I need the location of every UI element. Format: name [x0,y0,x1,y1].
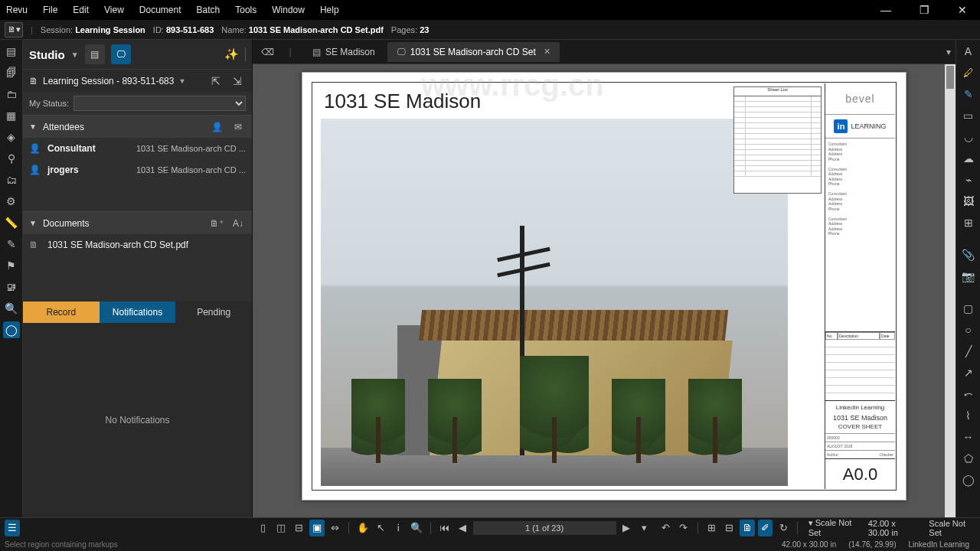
image-tool-icon[interactable]: 🖼 [960,193,977,210]
reuse-icon[interactable]: ↻ [776,520,791,536]
menu-file[interactable]: File [43,5,57,15]
polyline-tool-icon[interactable]: ⌁ [960,171,977,188]
polyline2-tool-icon[interactable]: ⌇ [960,407,977,424]
menu-tools[interactable]: Tools [235,5,256,15]
eraser-tool-icon[interactable]: ⌫ [257,43,277,61]
documents-header[interactable]: ▼ Documents 🗎⁺ A↓ [23,211,252,234]
highlight-tool-icon[interactable]: 🖊 [960,64,977,81]
document-viewer[interactable]: 1031 SE Madison Sheet Lis [253,64,956,517]
tabs-overflow-icon[interactable]: ▾ [946,47,951,57]
panel-settings-icon[interactable]: ⚙ [3,193,20,210]
attendee-invite-icon[interactable]: ✉ [230,122,246,132]
fit-width-icon[interactable]: ⇔ [328,520,343,536]
prev-page-icon[interactable]: ◀ [455,520,470,536]
grid-icon[interactable]: ⊞ [704,520,719,536]
select-tool-icon[interactable]: ↖ [373,520,388,536]
curve-tool-icon[interactable]: ⤺ [960,386,977,403]
panel-flags-icon[interactable]: ⚑ [3,257,20,274]
window-maximize-icon[interactable]: ❐ [913,4,936,16]
vertical-scrollbar[interactable] [945,64,956,517]
attendee-row[interactable]: 👤 Consultant 1031 SE Madison-arch CD ... [23,138,252,159]
divider: | [31,25,33,34]
camera-tool-icon[interactable]: 📷 [960,268,977,285]
attachment-tool-icon[interactable]: 📎 [960,246,977,263]
attendee-row[interactable]: 👤 jrogers 1031 SE Madison-arch CD ... [23,159,252,181]
text-tool-icon[interactable]: A [960,43,977,60]
zoom-tool-icon[interactable]: 🔍 [409,520,424,536]
document-tab-1[interactable]: ▤ SE Madison [303,42,384,62]
panel-measurements-icon[interactable]: 📏 [3,214,20,231]
last-page-icon[interactable]: ▾ [637,520,652,536]
status-dims: 42.00 x 30.00 in [776,540,842,549]
panel-studio-icon[interactable]: ◯ [3,321,20,338]
snap-markup-icon[interactable]: ✐ [758,520,773,536]
attendees-header[interactable]: ▼ Attendees 👤 ✉ [23,115,252,138]
redo-icon[interactable]: ↷ [676,520,691,536]
window-minimize-icon[interactable]: — [874,4,897,16]
menu-batch[interactable]: Batch [197,5,220,15]
circle-tool-icon[interactable]: ◯ [960,471,977,488]
polygon-tool-icon[interactable]: ⬠ [960,450,977,467]
undo-icon[interactable]: ↶ [658,520,674,536]
session-selector[interactable]: 🗎 Learning Session - 893-511-683 ▼ ⇱ ⇲ [23,69,252,92]
markups-list-icon[interactable]: ☰ [5,520,20,536]
panel-signatures-icon[interactable]: ✎ [3,236,20,253]
tab-pending[interactable]: Pending [175,302,252,323]
studio-dropdown-icon[interactable]: ▼ [71,51,79,59]
cloud-tool-icon[interactable]: ☁ [960,150,977,167]
menu-view[interactable]: View [104,5,124,15]
session-leave-icon[interactable]: ⇲ [229,75,246,87]
menu-edit[interactable]: Edit [73,5,89,15]
file-dropdown-icon[interactable]: 🗎▾ [5,22,23,37]
panel-file-access-icon[interactable]: 🗀 [3,86,20,103]
panel-thumbnails-icon[interactable]: 🗐 [3,64,20,81]
stamp-tool-icon[interactable]: ⊞ [960,214,977,231]
panel-grid-icon[interactable]: ▦ [3,107,20,124]
document-list-item[interactable]: 🗎 1031 SE Madison-arch CD Set.pdf [23,234,252,256]
first-page-icon[interactable]: ⏮ [437,520,452,536]
text-select-icon[interactable]: Ꭵ [391,520,407,536]
window-close-icon[interactable]: ✕ [951,4,974,16]
documents-add-icon[interactable]: 🗎⁺ [209,218,224,229]
tab-record[interactable]: Record [23,302,100,323]
tab-notifications[interactable]: Notifications [100,302,176,323]
rectangle-tool-icon[interactable]: ▢ [960,300,977,317]
split-horizontal-icon[interactable]: ⊟ [292,520,307,536]
snap-icon[interactable]: ⊟ [722,520,737,536]
session-checkout-icon[interactable]: ⇱ [207,75,224,87]
menu-window[interactable]: Window [272,5,305,15]
menu-document[interactable]: Document [139,5,181,15]
panel-search-icon[interactable]: 🔍 [3,300,20,317]
split-vertical-icon[interactable]: ◫ [273,520,289,536]
scale-dropdown[interactable]: ▾ Scale Not Set [804,518,861,537]
pen-tool-icon[interactable]: ✎ [960,86,977,103]
document-tab-2[interactable]: 🖵 1031 SE Madison-arch CD Set ✕ [387,42,560,62]
arrow-tool-icon[interactable]: ↗ [960,364,977,381]
ellipse-tool-icon[interactable]: ○ [960,321,977,338]
snap-content-icon[interactable]: 🗎 [740,520,755,536]
documents-sort-icon[interactable]: A↓ [230,218,246,229]
studio-sessions-button[interactable]: 🖵 [111,44,131,64]
attendee-follow-icon[interactable]: 👤 [209,122,224,132]
panel-links-icon[interactable]: 🖳 [3,279,20,295]
tab-close-icon[interactable]: ✕ [544,47,550,57]
line2-tool-icon[interactable]: ╱ [960,343,977,360]
menu-revu[interactable]: Revu [6,5,28,15]
studio-projects-button[interactable]: ▤ [85,44,105,64]
single-page-icon[interactable]: ▯ [256,520,271,536]
line-tool-icon[interactable]: ▭ [960,107,977,124]
status-select[interactable] [74,96,246,111]
page-indicator[interactable]: 1 (1 of 23) [473,521,616,535]
next-page-icon[interactable]: ▶ [619,520,635,536]
dimension-tool-icon[interactable]: ↔ [960,429,977,445]
panel-properties-icon[interactable]: ▤ [3,43,20,60]
arc-tool-icon[interactable]: ◡ [960,129,977,145]
panel-sets-icon[interactable]: 🗂 [3,171,20,188]
one-full-page-icon[interactable]: ▣ [309,520,325,536]
studio-magic-icon[interactable]: ✨ [224,47,239,61]
panel-places-icon[interactable]: ⚲ [3,150,20,167]
pan-tool-icon[interactable]: ✋ [355,520,371,536]
session-id: 893-511-683 [166,25,214,34]
menu-help[interactable]: Help [320,5,339,15]
panel-layers-icon[interactable]: ◈ [3,129,20,145]
